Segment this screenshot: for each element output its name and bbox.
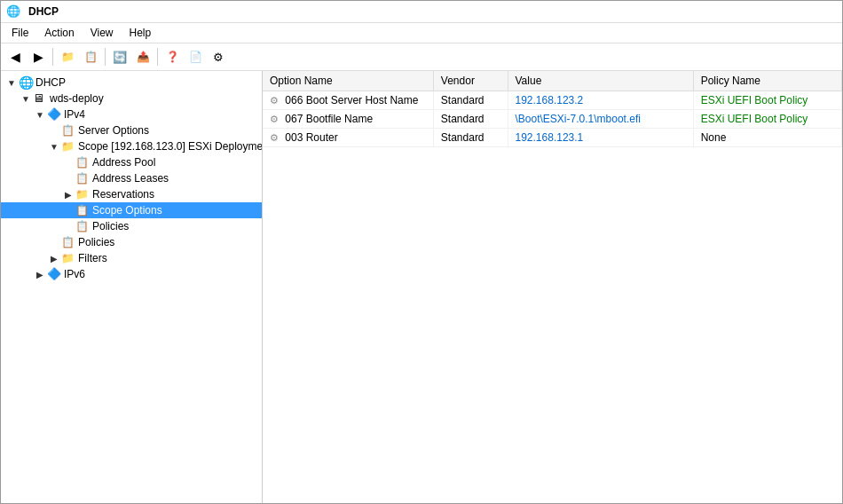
ipv4-icon: 🔷: [47, 107, 61, 122]
row1-option-name: ⚙ 066 Boot Server Host Name: [263, 91, 433, 110]
row1-icon: ⚙: [270, 95, 279, 106]
col-option-name[interactable]: Option Name: [263, 71, 433, 91]
scope-options-label: Scope Options: [92, 204, 162, 217]
expander-reservations[interactable]: ▶: [61, 187, 75, 201]
tree-item-server-options[interactable]: 📋 Server Options: [1, 122, 262, 138]
server-options-icon: 📋: [61, 123, 75, 138]
tree-item-scope-options[interactable]: 📋 Scope Options: [1, 202, 262, 218]
help-button[interactable]: ❓: [162, 46, 183, 67]
dhcp-label: DHCP: [35, 76, 66, 89]
row2-vendor: Standard: [433, 110, 508, 129]
show-hide-button[interactable]: 📋: [80, 46, 101, 67]
tree-item-address-pool[interactable]: 📋 Address Pool: [1, 154, 262, 170]
col-value[interactable]: Value: [508, 71, 693, 91]
menu-bar: File Action View Help: [1, 23, 842, 43]
ipv6-label: IPv6: [64, 268, 85, 280]
address-leases-icon: 📋: [75, 171, 90, 185]
scope-icon: 📁: [61, 139, 75, 154]
server-options-label: Server Options: [78, 124, 149, 137]
row1-vendor: Standard: [433, 91, 508, 110]
policies-icon: 📋: [61, 235, 75, 249]
row3-vendor: Standard: [433, 129, 508, 147]
main-area: ▼ 🌐 DHCP ▼ 🖥 wds-deploy ▼ 🔷 IPv4 📋 Serve…: [1, 71, 842, 503]
main-window: 🌐 DHCP File Action View Help ◀ ▶ 📁 📋 🔄 📤…: [0, 0, 843, 504]
toolbar: ◀ ▶ 📁 📋 🔄 📤 ❓ 📄 ⚙: [1, 43, 842, 71]
row1-value: 192.168.123.2: [508, 91, 693, 110]
menu-help[interactable]: Help: [122, 25, 159, 41]
policies-scope-icon: 📋: [75, 219, 90, 233]
tree-pane: ▼ 🌐 DHCP ▼ 🖥 wds-deploy ▼ 🔷 IPv4 📋 Serve…: [1, 71, 263, 503]
back-button[interactable]: ◀: [4, 46, 26, 67]
tree-item-ipv4[interactable]: ▼ 🔷 IPv4: [1, 106, 262, 122]
task-button[interactable]: ⚙: [208, 46, 229, 67]
address-pool-label: Address Pool: [92, 156, 155, 169]
up-button[interactable]: 📁: [57, 46, 78, 67]
row2-policy: ESXi UEFI Boot Policy: [693, 110, 841, 129]
address-leases-label: Address Leases: [92, 172, 169, 185]
tree-item-wds-deploy[interactable]: ▼ 🖥 wds-deploy: [1, 91, 262, 106]
expander-wds-deploy[interactable]: ▼: [19, 91, 33, 106]
reservations-label: Reservations: [92, 188, 154, 201]
tree-item-filters[interactable]: ▶ 📁 Filters: [1, 250, 262, 266]
row3-option-name: ⚙ 003 Router: [263, 129, 433, 147]
policies-scope-label: Policies: [92, 220, 129, 232]
tree-item-dhcp[interactable]: ▼ 🌐 DHCP: [1, 75, 262, 91]
server-icon: 🖥: [33, 91, 47, 106]
window-title: DHCP: [28, 5, 59, 18]
reservations-icon: 📁: [75, 187, 90, 201]
expander-ipv4[interactable]: ▼: [33, 107, 47, 122]
row3-policy: None: [693, 129, 841, 147]
toolbar-sep-2: [105, 48, 106, 66]
scope-options-icon: 📋: [75, 203, 90, 217]
content-pane: Option Name Vendor Value Policy Name ⚙ 0…: [263, 71, 842, 503]
row2-value: \Boot\ESXi-7.0.1\mboot.efi: [508, 110, 693, 129]
expander-scope[interactable]: ▼: [47, 139, 61, 154]
table-row[interactable]: ⚙ 066 Boot Server Host Name Standard 192…: [263, 91, 842, 110]
address-pool-icon: 📋: [75, 155, 90, 169]
toolbar-sep-3: [157, 48, 158, 66]
menu-file[interactable]: File: [4, 25, 35, 41]
menu-view[interactable]: View: [83, 25, 121, 41]
ipv4-label: IPv4: [64, 108, 85, 121]
forward-button[interactable]: ▶: [28, 46, 49, 67]
wds-deploy-label: wds-deploy: [50, 92, 104, 105]
filters-label: Filters: [78, 252, 107, 264]
table-row[interactable]: ⚙ 003 Router Standard 192.168.123.1 None: [263, 129, 842, 147]
policies-label: Policies: [78, 236, 114, 248]
table-row[interactable]: ⚙ 067 Bootfile Name Standard \Boot\ESXi-…: [263, 110, 842, 129]
dhcp-icon: 🌐: [19, 75, 33, 90]
refresh-button[interactable]: 🔄: [109, 46, 130, 67]
filters-icon: 📁: [61, 251, 75, 265]
col-vendor[interactable]: Vendor: [433, 71, 508, 91]
properties-button[interactable]: 📄: [185, 46, 206, 67]
expander-filters[interactable]: ▶: [47, 251, 61, 265]
expander-ipv6[interactable]: ▶: [33, 267, 47, 281]
scope-label: Scope [192.168.123.0] ESXi Deployment: [78, 140, 263, 153]
tree-item-policies[interactable]: 📋 Policies: [1, 234, 262, 250]
export-button[interactable]: 📤: [132, 46, 154, 67]
tree-item-reservations[interactable]: ▶ 📁 Reservations: [1, 186, 262, 202]
options-table: Option Name Vendor Value Policy Name ⚙ 0…: [263, 71, 842, 147]
ipv6-icon: 🔷: [47, 267, 61, 281]
row1-policy: ESXi UEFI Boot Policy: [693, 91, 841, 110]
col-policy-name[interactable]: Policy Name: [693, 71, 841, 91]
tree-item-address-leases[interactable]: 📋 Address Leases: [1, 170, 262, 186]
expander-dhcp[interactable]: ▼: [4, 75, 19, 90]
menu-action[interactable]: Action: [37, 25, 81, 41]
row3-value: 192.168.123.1: [508, 129, 693, 147]
row2-icon: ⚙: [270, 114, 279, 124]
row3-icon: ⚙: [270, 132, 279, 143]
title-icon: 🌐: [6, 4, 20, 19]
tree-item-ipv6[interactable]: ▶ 🔷 IPv6: [1, 266, 262, 282]
row2-option-name: ⚙ 067 Bootfile Name: [263, 110, 433, 129]
title-bar: 🌐 DHCP: [1, 1, 842, 23]
toolbar-sep-1: [52, 48, 53, 66]
tree-item-policies-scope[interactable]: 📋 Policies: [1, 218, 262, 234]
tree-item-scope[interactable]: ▼ 📁 Scope [192.168.123.0] ESXi Deploymen…: [1, 138, 262, 154]
